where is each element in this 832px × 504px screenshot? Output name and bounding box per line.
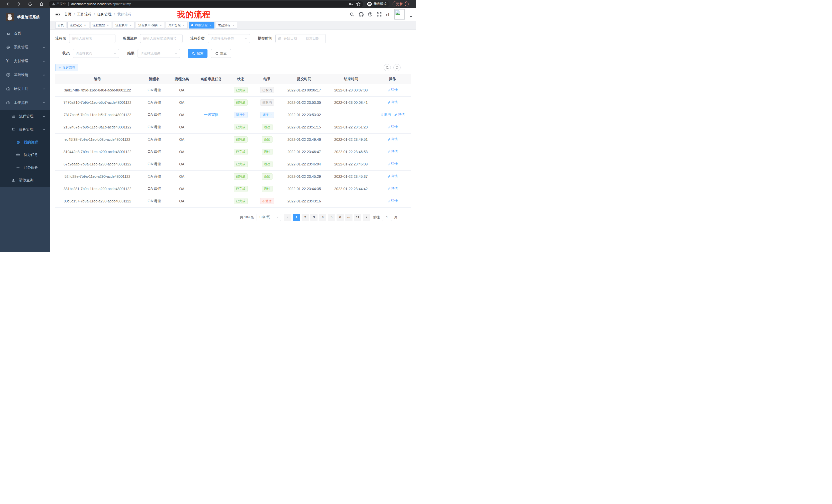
next-page-button[interactable] <box>363 214 370 221</box>
close-icon[interactable]: × <box>182 24 185 27</box>
page-button-3[interactable]: 3 <box>310 214 317 221</box>
close-icon[interactable]: × <box>106 24 109 27</box>
reload-icon[interactable] <box>26 1 34 7</box>
detail-button[interactable]: 详情 <box>387 162 398 166</box>
tab-process-definition[interactable]: 流程定义× <box>67 22 89 29</box>
page-button-4[interactable]: 4 <box>319 214 326 221</box>
tab-my-process[interactable]: 我的流程× <box>189 22 214 29</box>
bookmark-star-icon[interactable] <box>356 2 361 6</box>
process-definition-input[interactable]: 请输入流程定义的编号 <box>140 34 183 43</box>
breadcrumb-home[interactable]: 首页 <box>64 12 72 17</box>
sidebar-item-workflow[interactable]: 工作流程 <box>0 96 50 110</box>
sidebar-item-done-tasks[interactable]: 已办任务 <box>0 161 50 174</box>
close-icon[interactable]: × <box>83 24 87 27</box>
search-button[interactable]: 搜索 <box>188 49 207 58</box>
sidebar-item-payment[interactable]: ¥ 支付管理 <box>0 54 50 68</box>
detail-button[interactable]: 详情 <box>387 187 398 191</box>
page-size-select[interactable]: 10条/页 <box>257 214 281 221</box>
result-select[interactable]: 请选择流结果 <box>137 49 180 58</box>
sidebar-item-todo-tasks[interactable]: 待办任务 <box>0 148 50 161</box>
prev-page-button[interactable] <box>284 214 291 221</box>
detail-button[interactable]: 详情 <box>387 137 398 142</box>
refresh-table-button[interactable] <box>393 64 400 71</box>
detail-button[interactable]: 详情 <box>387 88 398 92</box>
page-button-2[interactable]: 2 <box>302 214 309 221</box>
address-bar[interactable]: 不安全 dashboard.yudao.iocoder.cn/bpm/task/… <box>49 1 363 7</box>
sidebar-item-my-process[interactable]: 我的流程 <box>0 136 50 148</box>
current-task-link[interactable]: 一级审批 <box>204 113 218 117</box>
detail-button[interactable]: 详情 <box>387 125 398 129</box>
cell-category: OA <box>169 133 194 146</box>
sidebar-fold-icon[interactable] <box>55 12 60 17</box>
close-icon[interactable]: × <box>209 24 212 27</box>
sidebar-item-task-management[interactable]: 任务管理 <box>0 123 50 136</box>
sidebar-item-system[interactable]: 系统管理 <box>0 40 50 54</box>
tags-view: 首页 流程定义× 流程模型× 流程表单× 流程表单-编辑× 用户分组× 我的流程… <box>50 21 416 30</box>
table-row: 331bc281-7b9a-11ec-a290-acde48001122 OA … <box>55 183 411 195</box>
calendar-icon <box>278 37 282 40</box>
jumper-input[interactable]: 1 <box>382 214 392 221</box>
forward-icon[interactable] <box>15 1 23 7</box>
home-icon[interactable] <box>37 1 45 7</box>
tab-start-process[interactable]: 发起流程× <box>216 22 237 29</box>
table-row: 7317cec6-7b9b-11ec-b5b7-acde48001122 OA … <box>55 109 411 121</box>
process-name-input[interactable]: 请输入流程名 <box>69 34 115 43</box>
page-button-6[interactable]: 6 <box>337 214 344 221</box>
more-pages-button[interactable]: ••• <box>345 214 353 221</box>
sidebar-item-infrastructure[interactable]: 基础设施 <box>0 68 50 82</box>
update-button[interactable]: 更新 <box>393 1 409 7</box>
detail-button[interactable]: 详情 <box>387 100 398 105</box>
tab-process-form[interactable]: 流程表单× <box>113 22 135 29</box>
breadcrumb-workflow[interactable]: 工作流程 <box>77 12 92 17</box>
cell-name: OA 请假 <box>139 96 169 109</box>
status-select[interactable]: 请选择状态 <box>73 49 119 58</box>
close-icon[interactable]: × <box>232 24 235 27</box>
breadcrumb-task-management[interactable]: 任务管理 <box>97 12 111 17</box>
cell-category: OA <box>169 121 194 133</box>
start-date-placeholder: 开始日期 <box>284 36 301 41</box>
tab-label: 我的流程 <box>195 23 207 27</box>
toggle-search-button[interactable] <box>384 64 391 71</box>
close-icon[interactable]: × <box>159 24 162 27</box>
submit-time-range-picker[interactable]: 开始日期 - 结束日期 <box>275 34 326 43</box>
sidebar-item-process-management[interactable]: 流程管理 <box>0 110 50 123</box>
detail-button[interactable]: 详情 <box>387 149 398 154</box>
tab-home[interactable]: 首页 <box>55 22 66 29</box>
close-icon[interactable]: × <box>129 24 132 27</box>
avatar-caret-icon[interactable] <box>410 16 412 18</box>
reset-button[interactable]: 重置 <box>211 49 231 58</box>
detail-button[interactable]: 详情 <box>387 174 398 178</box>
user-avatar[interactable] <box>394 9 405 20</box>
cell-submit-time: 2022-01-23 00:06:17 <box>281 84 328 96</box>
url-host: dashboard.yudao.iocoder.cn <box>71 2 111 6</box>
sidebar-item-home[interactable]: 首页 <box>0 26 50 40</box>
sidebar-item-leave-query[interactable]: 请假查询 <box>0 174 50 187</box>
process-category-select[interactable]: 请选择流程分类 <box>208 34 250 43</box>
table-row: 67c2eaab-7b9a-11ec-a290-acde48001122 OA … <box>55 158 411 170</box>
tab-process-model[interactable]: 流程模型× <box>90 22 112 29</box>
page-button-11[interactable]: 11 <box>354 214 361 221</box>
github-icon[interactable] <box>359 12 364 17</box>
start-process-button[interactable]: 发起流程 <box>55 64 78 71</box>
font-size-icon[interactable]: TT <box>386 12 390 17</box>
detail-button[interactable]: 详情 <box>387 199 398 203</box>
back-icon[interactable] <box>4 1 11 7</box>
page-button-5[interactable]: 5 <box>328 214 335 221</box>
tab-user-group[interactable]: 用户分组× <box>166 22 188 29</box>
tab-process-form-edit[interactable]: 流程表单-编辑× <box>136 22 165 29</box>
edit-icon <box>387 187 391 190</box>
browser-menu-icon[interactable] <box>405 2 406 6</box>
cell-name: OA 请假 <box>139 158 169 170</box>
submit-time-label: 提交时间 <box>258 36 272 41</box>
cancel-button[interactable]: 取消 <box>381 113 391 117</box>
status-badge: 已完成 <box>234 100 248 106</box>
help-icon[interactable] <box>368 12 372 17</box>
fullscreen-icon[interactable] <box>377 12 382 17</box>
not-secure-warning[interactable]: 不安全 <box>52 2 66 6</box>
sidebar-item-devtools[interactable]: 研发工具 <box>0 82 50 96</box>
detail-button[interactable]: 详情 <box>394 113 405 117</box>
password-key-icon[interactable] <box>349 2 353 6</box>
page-button-1[interactable]: 1 <box>293 214 300 221</box>
cell-task <box>194 183 228 195</box>
search-icon[interactable] <box>350 12 354 17</box>
